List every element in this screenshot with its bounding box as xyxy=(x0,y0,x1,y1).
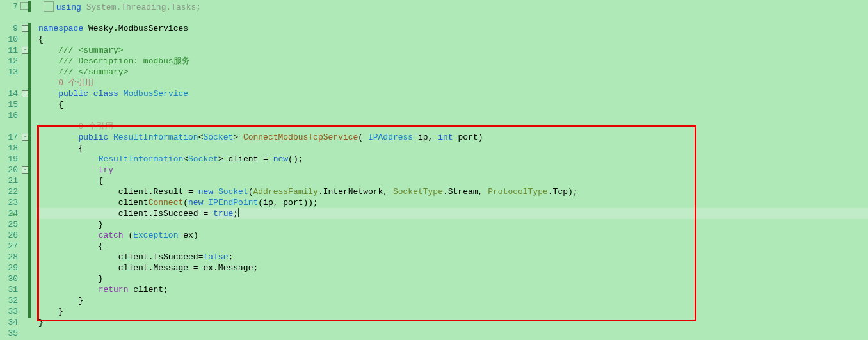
code-area[interactable]: using System.Threading.Tasks; namespace … xyxy=(31,0,868,340)
code-line[interactable]: namespace Wesky.ModbusServices xyxy=(38,23,868,34)
line-number-gutter: 7 9 10 11 12 13 14 15 16 17 18 19 20 21 … xyxy=(0,0,20,340)
code-line[interactable]: { xyxy=(38,241,868,252)
bracket-icon xyxy=(20,2,28,10)
ln-30: 30 xyxy=(0,273,18,284)
ln-31: 31 xyxy=(0,284,18,295)
ln-11: 11 xyxy=(0,45,18,56)
ln-32: 32 xyxy=(0,295,18,306)
ln-22: 22 xyxy=(0,186,18,197)
code-line[interactable]: using System.Threading.Tasks; xyxy=(38,1,868,12)
ln-34: 34 xyxy=(0,317,18,328)
code-line[interactable]: { xyxy=(38,34,868,45)
ln-18: 18 xyxy=(0,143,18,154)
code-line[interactable]: /// </summary> xyxy=(38,67,868,77)
codelens[interactable]: 0 个引用 xyxy=(38,77,868,88)
ln-19: 19 xyxy=(0,154,18,165)
code-line[interactable]: public class ModbusService xyxy=(38,88,868,99)
ln-21: 21 xyxy=(0,175,18,186)
code-line[interactable]: } xyxy=(38,295,868,306)
ln-23: 23 xyxy=(0,197,18,208)
ln-29: 29 xyxy=(0,263,18,273)
ln-17: 17 xyxy=(0,132,18,143)
code-line[interactable]: /// Description: modbus服务 xyxy=(38,56,868,67)
ln-16: 16 xyxy=(0,110,18,121)
code-line[interactable]: { xyxy=(38,99,868,110)
ln-25: 25 xyxy=(0,219,18,230)
code-line[interactable]: { xyxy=(38,175,868,186)
code-line[interactable]: } xyxy=(38,273,868,284)
code-line[interactable]: catch (Exception ex) xyxy=(38,230,868,241)
ln-33: 33 xyxy=(0,306,18,317)
ln-15: 15 xyxy=(0,99,18,110)
code-line[interactable]: } xyxy=(38,219,868,230)
code-line[interactable]: client.IsSucceed=false; xyxy=(38,252,868,263)
code-line[interactable]: public ResultInformation<Socket> Connect… xyxy=(38,132,868,143)
ln-28: 28 xyxy=(0,252,18,263)
bracket-icon xyxy=(44,1,54,12)
ln-26: 26 xyxy=(0,230,18,241)
code-line[interactable]: return client; xyxy=(38,284,868,295)
code-editor[interactable]: 7 9 10 11 12 13 14 15 16 17 18 19 20 21 … xyxy=(0,0,868,340)
code-line[interactable]: client.IsSucceed = true; xyxy=(38,208,868,219)
code-line[interactable]: /// <summary> xyxy=(38,45,868,56)
codelens[interactable]: 0 个引用 xyxy=(38,121,868,132)
recent-change-icon: ✎ xyxy=(11,209,20,216)
code-line[interactable]: clientConnect(new IPEndPoint(ip, port)); xyxy=(38,197,868,208)
code-line[interactable]: } xyxy=(38,306,868,317)
ln-27: 27 xyxy=(0,241,18,252)
ln-14: 14 xyxy=(0,88,18,99)
text-caret xyxy=(238,208,239,217)
ln-20: 20 xyxy=(0,165,18,175)
ln-12: 12 xyxy=(0,56,18,67)
ln-10: 10 xyxy=(0,34,18,45)
code-line[interactable]: client.Result = new Socket(AddressFamily… xyxy=(38,186,868,197)
ln-7: 7 xyxy=(0,1,18,12)
ln-9: 9 xyxy=(0,23,18,34)
code-line[interactable]: try xyxy=(38,165,868,175)
code-line[interactable]: } xyxy=(38,317,868,328)
code-line[interactable]: ResultInformation<Socket> client = new()… xyxy=(38,154,868,165)
code-line[interactable]: client.Message = ex.Message; xyxy=(38,263,868,273)
code-line[interactable]: { xyxy=(38,143,868,154)
ln-13: 13 xyxy=(0,67,18,77)
ln-35: 35 xyxy=(0,328,18,339)
